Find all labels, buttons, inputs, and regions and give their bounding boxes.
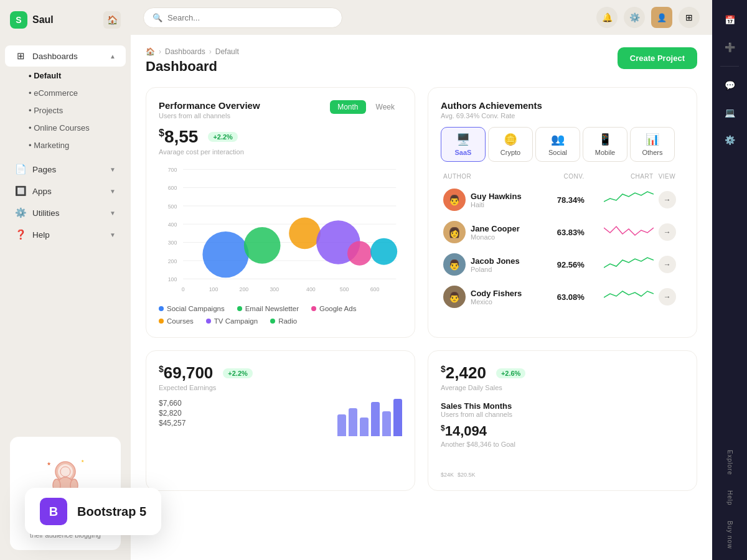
daily-sales-card: $2,420 +2.6% Average Daily Sales Sales T… <box>428 350 697 491</box>
grid-icon[interactable]: ⊞ <box>679 7 700 28</box>
view-button[interactable]: → <box>659 288 676 306</box>
bootstrap-overlay: B Bootstrap 5 <box>25 488 161 535</box>
sidebar-item-apps[interactable]: 🔲 Apps ▼ <box>5 180 126 202</box>
svg-text:100: 100 <box>209 286 218 292</box>
notification-icon[interactable]: 🔔 <box>596 7 618 28</box>
breadcrumb-current: Default <box>215 47 239 56</box>
chart-legend: Social Campaigns Email Newsletter Google… <box>159 305 402 325</box>
rs-code-icon[interactable]: 💻 <box>718 101 741 124</box>
sales-goal: Another $48,346 to Goal <box>441 441 684 448</box>
rs-calendar-icon[interactable]: 📅 <box>718 9 741 31</box>
bootstrap-label: Bootstrap 5 <box>77 505 146 519</box>
performance-header: Performance Overview Users from all chan… <box>159 100 402 119</box>
bootstrap-icon: B <box>40 498 67 525</box>
search-input[interactable] <box>167 13 333 22</box>
dot-icon: • <box>29 106 34 115</box>
svg-text:300: 300 <box>168 240 177 246</box>
tab-week[interactable]: Week <box>369 100 402 114</box>
authors-title: Authors Achievements <box>441 100 542 111</box>
tab-crypto[interactable]: 🪙 Crypto <box>488 127 533 162</box>
svg-text:200: 200 <box>240 286 249 292</box>
create-project-button[interactable]: Create Project <box>618 47 697 69</box>
svg-point-31 <box>202 231 248 278</box>
mobile-icon: 📱 <box>598 133 612 146</box>
earnings-bar-chart <box>337 399 402 436</box>
tab-mobile[interactable]: 📱 Mobile <box>583 127 627 162</box>
tab-month[interactable]: Month <box>330 100 365 114</box>
conv-value: 63.83% <box>557 228 585 237</box>
sidebar-item-pages[interactable]: 📄 Pages ▼ <box>5 159 126 180</box>
performance-card: Performance Overview Users from all chan… <box>146 87 415 338</box>
authors-card: Authors Achievements Avg. 69.34% Conv. R… <box>428 87 697 338</box>
sidebar-item-default[interactable]: • Default <box>5 67 126 84</box>
sidebar-item-projects[interactable]: • Projects <box>5 102 126 119</box>
author-info: 👩 Jane Cooper Monaco <box>443 221 543 243</box>
sidebar: S Saul 🏠 ⊞ Dashboards ▲ • Default • eCom… <box>0 0 131 560</box>
rs-chat-icon[interactable]: 💬 <box>718 74 741 96</box>
rs-settings-icon[interactable]: ⚙️ <box>718 129 741 151</box>
sales-mini-chart: $24K $20.5K <box>441 453 684 478</box>
sidebar-item-online-courses[interactable]: • Online Courses <box>5 119 126 136</box>
authors-tabs: 🖥️ SaaS 🪙 Crypto 👥 Social 📱 Mobile <box>441 127 684 162</box>
content-area: 🏠 › Dashboards › Default Dashboard Creat… <box>131 35 712 560</box>
sales-section: Sales This Months Users from all channel… <box>441 401 684 478</box>
chevron-up-icon: ▲ <box>110 53 116 60</box>
sidebar-item-utilities[interactable]: ⚙️ Utilities ▼ <box>5 202 126 223</box>
breadcrumb-dashboards[interactable]: Dashboards <box>165 47 205 56</box>
performance-title: Performance Overview <box>159 100 260 111</box>
svg-text:★: ★ <box>81 459 84 463</box>
main-area: 🔍 🔔 ⚙️ 👤 ⊞ 🏠 › Dashboards › Default Dash… <box>131 0 712 560</box>
svg-text:600: 600 <box>370 286 380 292</box>
help-label[interactable]: Help <box>724 485 736 511</box>
daily-sales-badge: +2.6% <box>496 368 526 378</box>
user-avatar[interactable]: 👤 <box>651 7 672 28</box>
right-sidebar: 📅 ➕ 💬 💻 ⚙️ Explore Help Buy now <box>712 0 747 560</box>
sidebar-item-dashboards[interactable]: ⊞ Dashboards ▲ <box>5 45 126 67</box>
legend-dot <box>237 306 242 311</box>
settings-icon[interactable]: ⚙️ <box>624 7 645 28</box>
dashboards-icon: ⊞ <box>15 50 26 62</box>
back-button[interactable]: 🏠 <box>103 11 121 29</box>
top-bar-right: 🔔 ⚙️ 👤 ⊞ <box>596 7 700 28</box>
conv-value: 63.08% <box>557 292 585 302</box>
buy-now-label[interactable]: Buy now <box>724 516 736 554</box>
legend-tv: TV Campaign <box>206 317 258 325</box>
view-button[interactable]: → <box>659 256 676 273</box>
rs-add-icon[interactable]: ➕ <box>718 36 741 58</box>
chevron-down-icon: ▼ <box>110 188 116 195</box>
legend-email: Email Newsletter <box>237 305 299 312</box>
page-header: 🏠 › Dashboards › Default Dashboard <box>146 47 239 75</box>
search-box[interactable]: 🔍 <box>143 7 342 28</box>
dot-icon: • <box>29 123 34 133</box>
sidebar-item-ecommerce[interactable]: • eCommerce <box>5 85 126 101</box>
tab-social[interactable]: 👥 Social <box>535 127 580 162</box>
chevron-down-icon: ▼ <box>110 166 116 173</box>
authors-subtitle: Avg. 69.34% Conv. Rate <box>441 112 542 119</box>
legend-social: Social Campaigns <box>159 305 225 312</box>
svg-point-33 <box>289 217 321 249</box>
metric-badge: +2.2% <box>208 132 238 142</box>
sidebar-item-help[interactable]: ❓ Help ▼ <box>5 224 126 245</box>
tab-others[interactable]: 📊 Others <box>630 127 675 162</box>
sidebar-item-marketing[interactable]: • Marketing <box>5 137 126 154</box>
search-icon: 🔍 <box>153 13 162 22</box>
utilities-icon: ⚙️ <box>15 207 26 218</box>
legend-dot <box>270 319 275 324</box>
sales-title: Sales This Months <box>441 401 684 411</box>
apps-icon: 🔲 <box>15 185 26 197</box>
explore-label[interactable]: Explore <box>724 445 736 480</box>
logo-icon: S <box>10 11 27 29</box>
pages-label: Pages <box>32 165 56 174</box>
legend-radio: Radio <box>270 317 297 325</box>
metric-value: $8,55 <box>159 127 198 147</box>
view-button[interactable]: → <box>659 223 676 241</box>
svg-text:700: 700 <box>168 167 177 173</box>
tab-saas[interactable]: 🖥️ SaaS <box>441 127 486 162</box>
view-button[interactable]: → <box>659 191 676 208</box>
breadcrumb: 🏠 › Dashboards › Default <box>146 47 239 56</box>
sparkline-chart <box>604 222 654 240</box>
dashboards-label: Dashboards <box>32 52 78 61</box>
col-conv: CONV. <box>546 169 587 184</box>
apps-label: Apps <box>32 187 52 196</box>
table-row: 👨 Guy Hawkins Haiti 78.34% <box>441 184 684 216</box>
